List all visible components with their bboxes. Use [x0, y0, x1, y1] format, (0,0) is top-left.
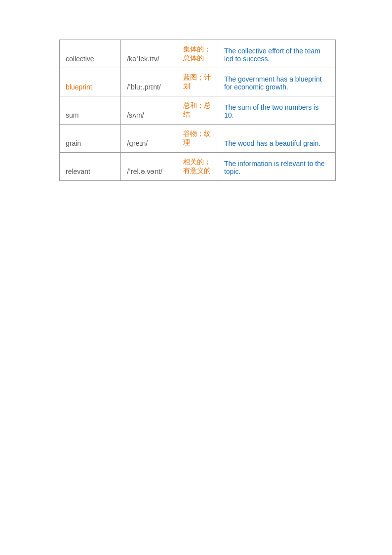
phonetic-text: /sʌm/	[127, 111, 144, 119]
word-cell: sum	[60, 96, 121, 125]
word-cell: collective	[60, 40, 121, 68]
example-text: The government has a blueprint for econo…	[224, 75, 322, 91]
example-cell: The government has a blueprint for econo…	[218, 68, 335, 96]
example-text: The wood has a beautiful grain.	[224, 139, 320, 147]
phonetic-cell: /ˈrel.ə.vənt/	[121, 153, 177, 181]
chinese-text: 相关的；有意义的	[183, 158, 211, 174]
example-text: The sum of the two numbers is 10.	[224, 103, 318, 119]
example-text: The information is relevant to the topic…	[224, 160, 325, 175]
word-cell: blueprint	[60, 68, 121, 96]
vocabulary-table: collective /kəˈlek.tɪv/ 集体的；总体的 The coll…	[59, 40, 336, 181]
phonetic-text: /ˈbluː.prɪnt/	[127, 83, 160, 91]
table-row: blueprint /ˈbluː.prɪnt/ 蓝图；计划 The govern…	[60, 68, 336, 96]
phonetic-cell: /ˈbluː.prɪnt/	[121, 68, 177, 96]
word-text: collective	[66, 55, 94, 63]
chinese-text: 蓝图；计划	[183, 73, 211, 90]
example-cell: The sum of the two numbers is 10.	[218, 96, 335, 125]
word-cell: relevant	[60, 153, 121, 181]
chinese-cell: 集体的；总体的	[177, 40, 218, 68]
table-row: collective /kəˈlek.tɪv/ 集体的；总体的 The coll…	[60, 40, 336, 68]
phonetic-cell: /sʌm/	[121, 96, 177, 125]
phonetic-cell: /ɡreɪn/	[121, 125, 177, 153]
chinese-text: 集体的；总体的	[183, 45, 211, 62]
word-text: relevant	[66, 168, 90, 175]
chinese-cell: 蓝图；计划	[177, 68, 218, 96]
phonetic-text: /kəˈlek.tɪv/	[127, 55, 159, 63]
word-text: blueprint	[66, 83, 92, 91]
word-cell: grain	[60, 125, 121, 153]
table-row: sum /sʌm/ 总和；总结 The sum of the two numbe…	[60, 96, 336, 125]
word-text: sum	[66, 111, 78, 119]
table-row: grain /ɡreɪn/ 谷物；纹理 The wood has a beaut…	[60, 125, 336, 153]
example-text: The collective effort of the team led to…	[224, 47, 320, 63]
word-text: grain	[66, 139, 81, 147]
phonetic-cell: /kəˈlek.tɪv/	[121, 40, 177, 68]
example-cell: The information is relevant to the topic…	[218, 153, 335, 181]
chinese-cell: 相关的；有意义的	[177, 153, 218, 181]
chinese-text: 谷物；纹理	[183, 129, 211, 146]
table-row: relevant /ˈrel.ə.vənt/ 相关的；有意义的 The info…	[60, 153, 336, 181]
chinese-cell: 总和；总结	[177, 96, 218, 125]
chinese-text: 总和；总结	[183, 101, 211, 118]
chinese-cell: 谷物；纹理	[177, 125, 218, 153]
phonetic-text: /ˈrel.ə.vənt/	[127, 168, 162, 175]
example-cell: The collective effort of the team led to…	[218, 40, 335, 68]
example-cell: The wood has a beautiful grain.	[218, 125, 335, 153]
phonetic-text: /ɡreɪn/	[127, 139, 148, 147]
